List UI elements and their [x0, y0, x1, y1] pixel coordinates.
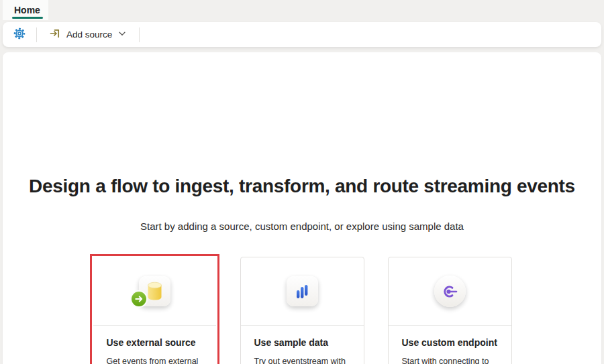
card-body: Use custom endpoint Start with connectin…: [389, 326, 511, 364]
card-title: Use custom endpoint: [402, 337, 501, 348]
add-source-label: Add source: [66, 29, 112, 40]
endpoint-connector-icon: [434, 276, 466, 307]
chevron-down-icon: [117, 29, 127, 41]
card-use-sample-data[interactable]: Use sample data Try out eventstream with…: [240, 257, 364, 364]
green-arrow-badge: [130, 290, 148, 308]
card-icon-area: [241, 257, 364, 326]
settings-button[interactable]: [8, 25, 31, 44]
card-title: Use external source: [107, 337, 205, 348]
canvas-surface: Design a flow to ingest, transform, and …: [3, 52, 601, 364]
card-description: Try out eventstream with sample data: [254, 355, 353, 364]
toolbar-divider: [139, 27, 140, 42]
page-title: Design a flow to ingest, transform, and …: [3, 176, 601, 197]
card-description: Start with connecting to your customized…: [402, 355, 501, 364]
card-icon-area: [93, 257, 216, 326]
eventstream-canvas: Home Add source: [0, 0, 604, 364]
starter-cards-row: Use external source Get events from exte…: [3, 257, 601, 364]
import-arrow-icon: [49, 27, 61, 42]
gear-icon: [13, 27, 26, 43]
add-source-button[interactable]: Add source: [42, 25, 134, 44]
toolbar-divider: [36, 27, 37, 42]
bar-chart-icon: [287, 276, 318, 306]
card-use-external-source[interactable]: Use external source Get events from exte…: [93, 257, 217, 364]
card-icon-area: [389, 257, 511, 326]
card-title: Use sample data: [254, 337, 353, 348]
tab-bar: Home: [0, 0, 604, 21]
tab-home-label: Home: [14, 5, 40, 15]
page-subtitle: Start by adding a source, custom endpoin…: [3, 221, 601, 232]
ribbon-toolbar: Add source: [3, 22, 601, 47]
card-body: Use external source Get events from exte…: [93, 326, 216, 364]
card-description: Get events from external sources: [107, 355, 205, 364]
database-with-arrow-icon: [139, 276, 170, 306]
active-tab-indicator: [12, 17, 43, 19]
card-use-custom-endpoint[interactable]: Use custom endpoint Start with connectin…: [388, 257, 512, 364]
card-body: Use sample data Try out eventstream with…: [241, 326, 364, 364]
